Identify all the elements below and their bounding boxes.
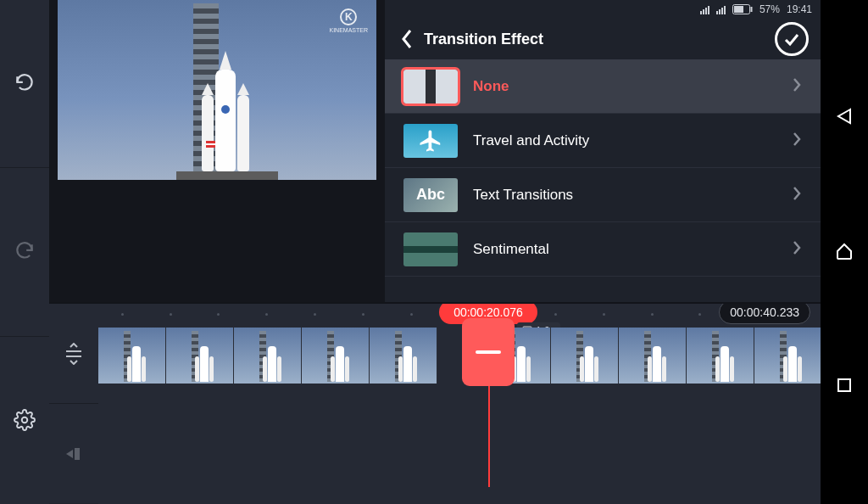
- nav-back-button[interactable]: [835, 107, 854, 129]
- option-label: Sentimental: [473, 241, 549, 258]
- svg-rect-6: [75, 448, 80, 460]
- option-thumb: [403, 232, 458, 266]
- watermark: K KINEMASTER: [329, 8, 368, 33]
- option-thumb: [403, 70, 458, 104]
- svg-point-0: [22, 417, 28, 423]
- track-expand-button[interactable]: [49, 304, 98, 404]
- signal-icon: [700, 4, 709, 14]
- total-duration: 00:00:40.233: [719, 304, 810, 324]
- chevron-right-icon: [792, 131, 802, 151]
- option-thumb: [403, 124, 458, 158]
- svg-rect-2: [750, 7, 752, 12]
- system-nav-bar: [821, 0, 868, 504]
- svg-marker-13: [838, 109, 850, 123]
- option-label: Text Transitions: [473, 187, 573, 204]
- back-button[interactable]: [390, 28, 424, 50]
- nav-home-button[interactable]: [835, 242, 854, 264]
- transition-option-sentimental[interactable]: Sentimental: [385, 222, 821, 277]
- svg-rect-14: [838, 379, 850, 391]
- chevron-right-icon: [792, 239, 802, 260]
- chevron-right-icon: [792, 185, 802, 205]
- preview-panel: K KINEMASTER: [49, 0, 385, 302]
- panel-title: Transition Effect: [424, 31, 543, 48]
- nav-recents-button[interactable]: [836, 377, 853, 397]
- confirm-button[interactable]: [775, 22, 809, 56]
- preview-frame[interactable]: K KINEMASTER: [58, 0, 376, 180]
- redo-button[interactable]: [0, 168, 49, 336]
- svg-rect-3: [734, 6, 743, 13]
- plane-icon: [418, 128, 443, 154]
- clock: 19:41: [787, 3, 812, 15]
- timeline[interactable]: 00:00:20.076 00:00:40.233 1.0x: [98, 304, 821, 504]
- battery-icon: [732, 4, 753, 14]
- transition-option-travel[interactable]: Travel and Activity: [385, 114, 821, 168]
- option-label: Travel and Activity: [473, 132, 589, 149]
- chevron-right-icon: [792, 76, 802, 97]
- option-label: None: [473, 78, 509, 95]
- transition-option-list: None Travel and Activity Abc Text Transi…: [385, 59, 821, 277]
- transition-option-text[interactable]: Abc Text Transitions: [385, 168, 821, 222]
- option-thumb: Abc: [403, 178, 458, 212]
- undo-button[interactable]: [0, 0, 49, 168]
- transition-option-none[interactable]: None: [385, 59, 821, 114]
- battery-text: 57%: [760, 3, 780, 15]
- clip-strip[interactable]: [98, 328, 821, 385]
- timeline-toolbar: [49, 304, 98, 504]
- transition-effect-panel: 57% 19:41 Transition Effect None: [385, 0, 821, 302]
- jump-button[interactable]: [49, 404, 98, 504]
- status-bar: 57% 19:41: [385, 0, 821, 19]
- svg-marker-7: [66, 450, 73, 458]
- signal-icon: [716, 4, 726, 14]
- left-toolbar: [0, 0, 49, 504]
- transition-handle[interactable]: [465, 321, 512, 384]
- settings-button[interactable]: [0, 337, 49, 504]
